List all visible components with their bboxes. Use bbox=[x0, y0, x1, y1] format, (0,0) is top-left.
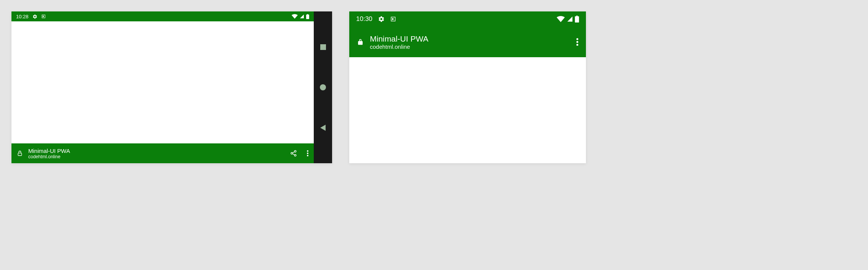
svg-point-6 bbox=[307, 150, 308, 152]
svg-point-1 bbox=[294, 151, 296, 153]
system-nav-bar bbox=[314, 11, 332, 163]
app-notification-icon bbox=[390, 16, 396, 22]
svg-rect-0 bbox=[18, 153, 21, 156]
app-subtitle: codehtml.online bbox=[370, 43, 570, 50]
app-bar-top: Minimal-UI PWA codehtml.online bbox=[349, 27, 586, 57]
signal-icon bbox=[299, 14, 305, 19]
lock-icon bbox=[17, 150, 23, 157]
triangle-icon bbox=[320, 125, 326, 131]
app-bar-titles: Minimal-UI PWA codehtml.online bbox=[28, 148, 285, 159]
device-landscape: 10:28 bbox=[11, 11, 332, 163]
more-menu-icon[interactable] bbox=[307, 150, 308, 156]
svg-line-5 bbox=[292, 154, 294, 155]
share-icon[interactable] bbox=[290, 150, 297, 157]
svg-point-11 bbox=[576, 44, 578, 46]
app-title: Minimal-UI PWA bbox=[370, 34, 570, 43]
battery-icon bbox=[575, 16, 579, 22]
app-bar-titles: Minimal-UI PWA codehtml.online bbox=[370, 34, 570, 50]
more-menu-icon[interactable] bbox=[576, 38, 578, 46]
status-left: 10:30 bbox=[356, 15, 396, 23]
nav-home-button[interactable] bbox=[319, 84, 326, 91]
status-time: 10:28 bbox=[16, 14, 29, 19]
app-notification-icon bbox=[41, 14, 46, 19]
content-area bbox=[11, 21, 314, 143]
svg-point-10 bbox=[576, 41, 578, 43]
status-left: 10:28 bbox=[16, 14, 46, 19]
app-title: Minimal-UI PWA bbox=[28, 148, 285, 154]
status-right bbox=[292, 14, 309, 19]
lock-icon bbox=[357, 38, 364, 46]
gear-icon bbox=[32, 14, 37, 19]
nav-back-button[interactable] bbox=[319, 124, 326, 131]
square-icon bbox=[320, 44, 326, 50]
gear-icon bbox=[378, 16, 385, 22]
status-bar: 10:28 bbox=[11, 11, 314, 21]
status-right bbox=[557, 16, 579, 22]
app-bar-bottom: Minimal-UI PWA codehtml.online bbox=[11, 143, 314, 163]
status-bar: 10:30 bbox=[349, 11, 586, 27]
circle-icon bbox=[320, 84, 326, 90]
app-bar-actions bbox=[290, 150, 308, 157]
signal-icon bbox=[566, 16, 573, 22]
battery-icon bbox=[306, 14, 309, 19]
wifi-icon bbox=[292, 14, 298, 19]
device-portrait: 10:30 Minimal-UI PWA codeh bbox=[349, 11, 586, 163]
status-time: 10:30 bbox=[356, 15, 373, 23]
content-area bbox=[349, 57, 586, 163]
app-subtitle: codehtml.online bbox=[28, 154, 285, 159]
wifi-icon bbox=[557, 16, 565, 22]
svg-line-4 bbox=[292, 152, 294, 153]
svg-point-3 bbox=[294, 154, 296, 156]
svg-point-7 bbox=[307, 153, 308, 154]
svg-point-2 bbox=[291, 153, 293, 154]
svg-point-9 bbox=[576, 38, 578, 40]
device-main-area: 10:28 bbox=[11, 11, 314, 163]
svg-point-8 bbox=[307, 155, 308, 156]
nav-recent-apps-button[interactable] bbox=[319, 43, 326, 50]
